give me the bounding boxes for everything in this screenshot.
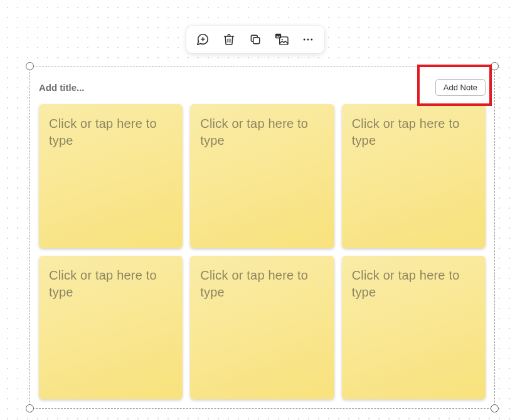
context-toolbar: az <box>186 26 324 53</box>
notes-grid: Click or tap here to type Click or tap h… <box>39 104 486 399</box>
sticky-note-placeholder: Click or tap here to type <box>200 267 324 301</box>
sticky-note-placeholder: Click or tap here to type <box>352 115 475 149</box>
note-board: Add Note Click or tap here to type Click… <box>30 66 494 408</box>
comment-plus-icon[interactable] <box>195 32 210 47</box>
sticky-note-placeholder: Click or tap here to type <box>49 267 173 301</box>
svg-rect-4 <box>253 38 259 44</box>
board-title-input[interactable] <box>39 82 307 93</box>
copy-icon[interactable] <box>248 32 263 47</box>
svg-point-10 <box>307 39 309 41</box>
sticky-note-placeholder: Click or tap here to type <box>352 267 475 301</box>
svg-point-8 <box>281 39 282 40</box>
sticky-note[interactable]: Click or tap here to type <box>190 104 334 248</box>
sticky-note[interactable]: Click or tap here to type <box>342 104 486 248</box>
svg-point-11 <box>311 39 312 41</box>
sticky-note[interactable]: Click or tap here to type <box>190 256 334 400</box>
sticky-note[interactable]: Click or tap here to type <box>39 104 183 248</box>
sticky-note[interactable]: Click or tap here to type <box>342 256 486 400</box>
board-header: Add Note <box>39 74 486 100</box>
trash-icon[interactable] <box>221 32 236 47</box>
note-board-container[interactable]: Add Note Click or tap here to type Click… <box>29 66 495 409</box>
sticky-note[interactable]: Click or tap here to type <box>39 256 183 400</box>
sticky-note-placeholder: Click or tap here to type <box>49 115 173 149</box>
more-icon[interactable] <box>300 32 316 47</box>
sticky-note-placeholder: Click or tap here to type <box>200 115 324 149</box>
svg-point-9 <box>303 39 305 41</box>
add-note-button[interactable]: Add Note <box>435 79 486 96</box>
alt-text-icon[interactable]: az <box>274 32 289 47</box>
